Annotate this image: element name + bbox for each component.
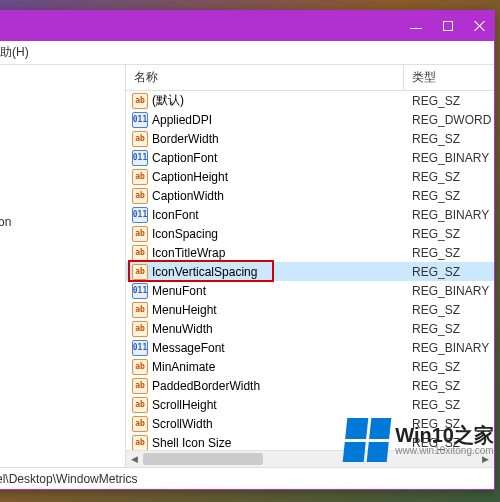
tree-item[interactable]: guration [0,215,113,229]
menubar: A) 帮助(H) [0,41,494,65]
menu-item-help[interactable]: 帮助(H) [0,44,29,61]
window-body: guration 名称 类型 ab(默认)REG_SZ011AppliedDPI… [0,65,494,467]
value-name: MenuFont [152,284,206,298]
reg-string-icon: ab [132,169,148,185]
value-name: CaptionFont [152,151,217,165]
list-item[interactable]: abIconTitleWrapREG_SZ [126,243,494,262]
scroll-thumb[interactable] [143,453,263,465]
reg-string-icon: ab [132,378,148,394]
reg-binary-icon: 011 [132,283,148,299]
value-name: PaddedBorderWidth [152,379,260,393]
scroll-right-arrow-icon[interactable]: ▶ [477,451,494,467]
list-pane: 名称 类型 ab(默认)REG_SZ011AppliedDPIREG_DWORD… [126,65,494,467]
value-name: IconVerticalSpacing [152,265,257,279]
list-item[interactable]: 011MenuFontREG_BINARY [126,281,494,300]
value-name: MenuWidth [152,322,213,336]
list-item[interactable]: ab(默认)REG_SZ [126,91,494,110]
value-name: CaptionWidth [152,189,224,203]
value-type: REG_SZ [404,379,494,393]
horizontal-scrollbar[interactable]: ◀ ▶ [126,450,494,467]
value-type: REG_BINARY [404,341,494,355]
list-item[interactable]: abBorderWidthREG_SZ [126,129,494,148]
regedit-window: A) 帮助(H) guration 名称 类型 ab(默认)REG_SZ011A… [0,10,495,490]
value-name: CaptionHeight [152,170,228,184]
list-item[interactable]: abMenuWidthREG_SZ [126,319,494,338]
reg-string-icon: ab [132,188,148,204]
maximize-icon[interactable] [442,20,454,32]
reg-string-icon: ab [132,131,148,147]
list-item[interactable]: abIconSpacingREG_SZ [126,224,494,243]
reg-string-icon: ab [132,226,148,242]
reg-binary-icon: 011 [132,150,148,166]
value-type: REG_SZ [404,303,494,317]
value-name: MinAnimate [152,360,215,374]
value-type: REG_BINARY [404,284,494,298]
reg-string-icon: ab [132,416,148,432]
reg-string-icon: ab [132,245,148,261]
reg-string-icon: ab [132,397,148,413]
reg-string-icon: ab [132,321,148,337]
list-item[interactable]: 011CaptionFontREG_BINARY [126,148,494,167]
value-list[interactable]: ab(默认)REG_SZ011AppliedDPIREG_DWORDabBord… [126,91,494,467]
value-name: IconSpacing [152,227,218,241]
value-type: REG_SZ [404,189,494,203]
list-item[interactable]: abCaptionWidthREG_SZ [126,186,494,205]
value-name: AppliedDPI [152,113,212,127]
titlebar[interactable] [0,11,494,41]
value-type: REG_SZ [404,265,494,279]
list-item[interactable]: 011IconFontREG_BINARY [126,205,494,224]
reg-string-icon: ab [132,302,148,318]
column-header-type[interactable]: 类型 [404,65,494,90]
value-type: REG_SZ [404,132,494,146]
column-headers[interactable]: 名称 类型 [126,65,494,91]
reg-string-icon: ab [132,264,148,280]
reg-binary-icon: 011 [132,112,148,128]
value-type: REG_DWORD [404,113,494,127]
value-type: REG_SZ [404,246,494,260]
list-item[interactable]: abMenuHeightREG_SZ [126,300,494,319]
statusbar: ol Panel\Desktop\WindowMetrics [0,467,494,489]
value-name: ScrollWidth [152,417,213,431]
value-type: REG_SZ [404,360,494,374]
value-type: REG_SZ [404,94,494,108]
value-name: IconTitleWrap [152,246,225,260]
value-type: REG_SZ [404,417,494,431]
list-item[interactable]: abScrollHeightREG_SZ [126,395,494,414]
reg-binary-icon: 011 [132,340,148,356]
list-item[interactable]: abMinAnimateREG_SZ [126,357,494,376]
list-item[interactable]: 011AppliedDPIREG_DWORD [126,110,494,129]
value-name: MenuHeight [152,303,217,317]
value-name: ScrollHeight [152,398,217,412]
reg-string-icon: ab [132,93,148,109]
reg-string-icon: ab [132,435,148,451]
value-name: MessageFont [152,341,225,355]
list-item[interactable]: abPaddedBorderWidthREG_SZ [126,376,494,395]
value-name: (默认) [152,92,184,109]
reg-binary-icon: 011 [132,207,148,223]
tree-pane[interactable]: guration [0,65,126,467]
list-item[interactable]: 011MessageFontREG_BINARY [126,338,494,357]
value-name: Shell Icon Size [152,436,231,450]
status-path: ol Panel\Desktop\WindowMetrics [0,472,137,486]
scroll-left-arrow-icon[interactable]: ◀ [126,451,143,467]
minimize-icon[interactable] [410,20,422,32]
value-type: REG_SZ [404,322,494,336]
value-type: REG_SZ [404,398,494,412]
value-type: REG_BINARY [404,208,494,222]
reg-string-icon: ab [132,359,148,375]
value-type: REG_SZ [404,170,494,184]
list-item[interactable]: abCaptionHeightREG_SZ [126,167,494,186]
list-item[interactable]: abScrollWidthREG_SZ [126,414,494,433]
value-type: REG_BINARY [404,151,494,165]
column-header-name[interactable]: 名称 [126,65,404,90]
close-icon[interactable] [474,20,486,32]
list-item[interactable]: abIconVerticalSpacingREG_SZ [126,262,494,281]
value-type: REG_SZ [404,227,494,241]
value-name: BorderWidth [152,132,219,146]
value-name: IconFont [152,208,199,222]
value-type: REG_SZ [404,436,494,450]
